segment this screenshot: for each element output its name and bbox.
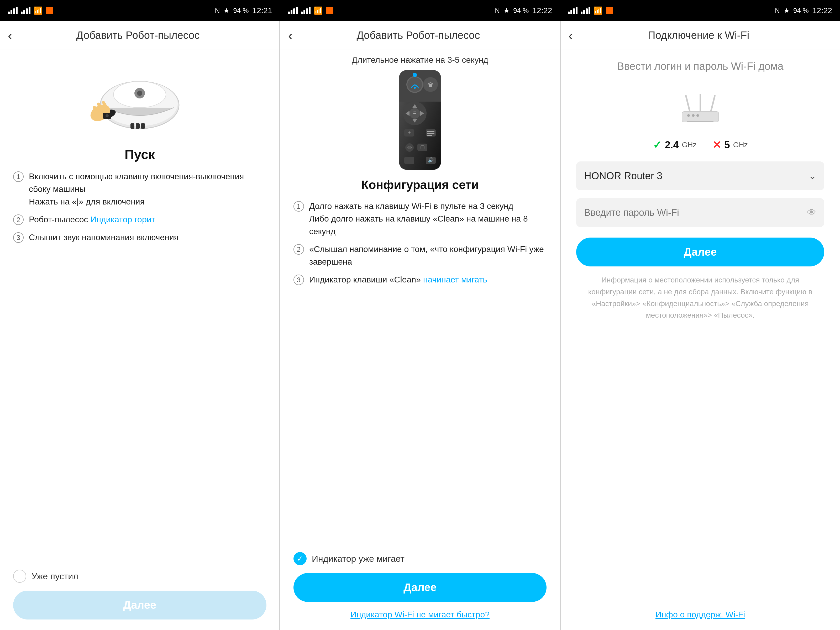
p2-step-text-2: «Слышал напоминание о том, «что конфигур… [309, 243, 547, 268]
location-note: Информация о местоположении используется… [576, 274, 824, 321]
panel1-section-title: Пуск [13, 147, 267, 162]
panel-2: ‹ Добавить Робот-пылесос Длительное нажа… [280, 21, 560, 630]
panel3-bottom: Инфо о поддерж. Wi-Fi [561, 607, 840, 630]
freq-5-item: ✕ 5GHz [712, 139, 748, 151]
signal-icon-6 [581, 7, 591, 14]
signal-icon-2 [21, 7, 30, 14]
panel-1: ‹ Добавить Робот-пылесос [0, 21, 279, 630]
svg-rect-6 [131, 123, 134, 129]
signal-icon-1 [8, 7, 17, 14]
panel1-bottom: Уже пустил Далее [0, 564, 279, 630]
time-3: 12:22 [812, 6, 832, 15]
svg-point-14 [106, 114, 109, 117]
svg-text:+: + [408, 129, 411, 136]
freq-5-unit: GHz [733, 141, 748, 149]
step-num-1: 1 [13, 171, 24, 182]
freq-24-unit: GHz [682, 141, 697, 149]
freq-24-value: 2.4 [665, 139, 679, 151]
panel2-back-button[interactable]: ‹ [288, 28, 293, 43]
status-segment-1: 📶 N ★ 94 % 12:21 [0, 6, 280, 15]
freq-5-value: 5 [725, 139, 730, 151]
robot-vacuum-svg [90, 63, 189, 134]
svg-point-49 [687, 114, 690, 117]
already-launched-label: Уже пустил [32, 571, 78, 581]
step-num-2: 2 [13, 215, 24, 225]
signal-icon-4 [301, 7, 311, 14]
panel1-back-button[interactable]: ‹ [8, 28, 12, 43]
panel-3: ‹ Подключение к Wi-Fi Ввести логин и пар… [561, 21, 840, 630]
svg-rect-42 [404, 157, 414, 164]
step-num-3: 3 [13, 232, 24, 243]
panel2-next-button[interactable]: Далее [294, 573, 547, 602]
panel2-section-title: Конфигурация сети [294, 178, 547, 192]
svg-rect-45 [682, 112, 719, 122]
battery-1: 94 % [233, 6, 249, 15]
router-svg [671, 88, 729, 130]
status-segment-3: 📶 N ★ 94 % 12:22 [560, 6, 840, 15]
panel3-back-button[interactable]: ‹ [568, 28, 573, 43]
p2-step-num-3: 3 [294, 275, 304, 285]
status-right-1: N ★ 94 % 12:21 [215, 6, 272, 15]
svg-rect-17 [399, 94, 441, 102]
panel2-step-list: 1 Долго нажать на клавишу Wi-Fi в пульте… [294, 200, 547, 291]
svg-rect-23 [429, 84, 432, 87]
list-item: 1 Долго нажать на клавишу Wi-Fi в пульте… [294, 200, 547, 238]
panel2-content: Длительное нажатие на 3-5 секунд [280, 50, 560, 547]
svg-point-20 [414, 87, 416, 89]
wifi-icon-2: 📶 [314, 6, 323, 15]
freq-5-x-icon: ✕ [712, 139, 722, 151]
svg-rect-36 [427, 133, 434, 134]
wifi-password-input[interactable] [584, 207, 807, 218]
indicator-blinking-row: ✓ Индикатор уже мигает [294, 552, 547, 565]
indicator-check-icon: ✓ [294, 552, 306, 565]
panel2-header: ‹ Добавить Робот-пылесос [280, 21, 560, 50]
p2-step3-link: начинает мигать [423, 275, 487, 284]
list-item: 3 Слышит звук напоминания включения [13, 231, 267, 243]
already-launched-row: Уже пустил [13, 570, 267, 583]
wifi-icon-1: 📶 [33, 6, 43, 15]
indicator-blinking-label: Индикатор уже мигает [312, 554, 404, 564]
step-text-1: Включить с помощью клавишу включения-вык… [29, 170, 267, 208]
eye-icon[interactable]: 👁 [807, 207, 816, 218]
svg-line-46 [686, 96, 690, 112]
nfc-label-3: N [775, 6, 780, 15]
svg-rect-52 [687, 121, 714, 122]
panel1-next-button[interactable]: Далее [13, 591, 267, 619]
list-item: 2 «Слышал напоминание о том, «что конфиг… [294, 243, 547, 268]
nfc-label-2: N [495, 6, 500, 15]
dropdown-chevron-icon: ⌄ [808, 171, 816, 182]
panel1-title: Добавить Робот-пылесос [17, 29, 272, 41]
svg-point-51 [696, 114, 699, 117]
already-launched-checkbox[interactable] [13, 570, 26, 583]
panel3-content: Ввести логин и пароль Wi-Fi дома ✓ [561, 50, 840, 607]
router-name-value: HONOR Router 3 [584, 171, 808, 182]
wifi-support-link[interactable]: Инфо о поддерж. Wi-Fi [655, 610, 745, 619]
status-segment-2: 📶 N ★ 94 % 12:22 [280, 6, 560, 15]
svg-rect-7 [136, 123, 140, 129]
panel3-next-button[interactable]: Далее [576, 238, 824, 267]
bt-icon-2: ★ [504, 6, 510, 15]
router-name-dropdown[interactable]: HONOR Router 3 ⌄ [576, 161, 824, 190]
svg-text:▢: ▢ [420, 144, 425, 150]
password-field-row: 👁 [576, 198, 824, 227]
status-left-2: 📶 [288, 6, 333, 15]
panel1-header: ‹ Добавить Робот-пылесос [0, 21, 279, 50]
panel2-title: Добавить Робот-пылесос [298, 29, 552, 41]
long-press-hint: Длительное нажатие на 3-5 секунд [294, 50, 547, 65]
status-bar: 📶 N ★ 94 % 12:21 📶 [0, 0, 840, 21]
p2-step-num-1: 1 [294, 201, 304, 212]
orange-badge-1 [46, 7, 53, 14]
freq-row: ✓ 2.4GHz ✕ 5GHz [653, 139, 748, 151]
battery-3: 94 % [793, 6, 809, 15]
battery-2: 94 % [513, 6, 529, 15]
svg-point-21 [413, 73, 417, 77]
orange-badge-2 [326, 7, 333, 14]
svg-rect-31 [413, 113, 416, 114]
signal-icon-3 [288, 7, 298, 14]
svg-rect-37 [427, 135, 432, 136]
wifi-not-blinking-link[interactable]: Индикатор Wi-Fi не мигает быстро? [294, 610, 547, 619]
svg-rect-35 [427, 131, 434, 132]
wifi-icon-3: 📶 [594, 6, 603, 15]
list-item: 1 Включить с помощью клавишу включения-в… [13, 170, 267, 208]
router-image [671, 88, 729, 131]
